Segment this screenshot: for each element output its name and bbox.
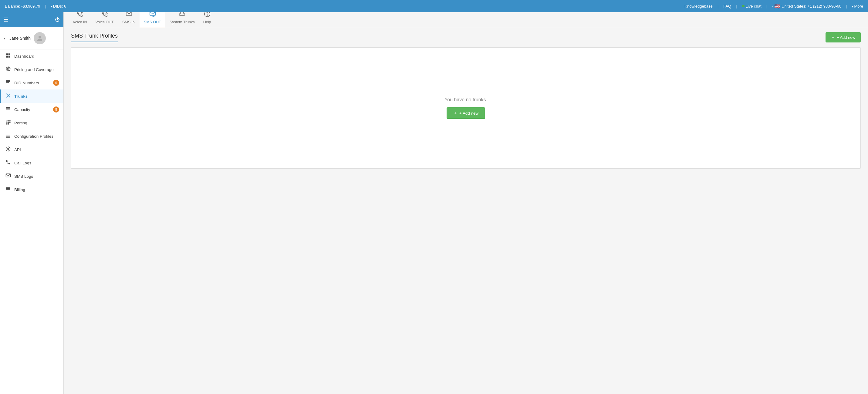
billing-icon — [5, 186, 11, 193]
tab-bar: Voice IN Voice OUT — [64, 12, 868, 27]
svg-rect-21 — [8, 124, 9, 124]
plus-icon-center: ＋ — [453, 110, 458, 116]
svg-rect-3 — [6, 56, 8, 58]
svg-rect-30 — [6, 189, 10, 190]
svg-rect-4 — [8, 56, 10, 58]
trunks-content-box: You have no trunks. ＋ + Add new — [71, 47, 861, 169]
plus-icon: ＋ — [831, 35, 835, 40]
sidebar: ☰ ⏻ ▾ Jane Smith Dashboard — [0, 12, 64, 394]
svg-rect-23 — [6, 135, 10, 136]
empty-trunks-message: You have no trunks. — [444, 97, 487, 102]
did-numbers-badge: 5 — [53, 80, 59, 86]
svg-rect-12 — [6, 108, 10, 109]
dashboard-icon — [5, 53, 11, 60]
tab-sms-out[interactable]: SMS OUT — [140, 12, 165, 27]
capacity-icon — [5, 106, 11, 113]
svg-rect-29 — [6, 188, 10, 189]
sidebar-nav: Dashboard Pricing and Coverage DID Numbe… — [0, 50, 63, 394]
phone-selector[interactable]: ▾ 🇺🇸 United States: +1 (212) 933-90-60 — [772, 3, 841, 9]
live-chat-indicator — [742, 5, 745, 7]
did-numbers-icon — [5, 79, 11, 86]
sidebar-item-trunks[interactable]: Trunks — [0, 90, 63, 103]
sidebar-item-pricing-coverage[interactable]: Pricing and Coverage — [0, 63, 63, 76]
flag-icon: 🇺🇸 — [774, 3, 780, 9]
user-name: Jane Smith — [9, 36, 31, 41]
api-icon — [5, 146, 11, 153]
help-icon — [204, 12, 211, 19]
svg-rect-25 — [6, 137, 10, 138]
porting-icon — [5, 120, 11, 126]
voice-in-icon — [76, 12, 83, 19]
svg-rect-1 — [6, 54, 8, 55]
svg-rect-15 — [8, 120, 9, 121]
svg-rect-19 — [9, 122, 10, 123]
add-new-button-center[interactable]: ＋ + Add new — [446, 107, 485, 119]
svg-rect-11 — [6, 107, 10, 108]
svg-point-0 — [38, 36, 41, 38]
user-profile[interactable]: ▾ Jane Smith — [0, 27, 63, 50]
more-menu[interactable]: ▾More — [852, 4, 863, 8]
sms-logs-icon — [5, 173, 11, 179]
svg-rect-18 — [8, 122, 9, 123]
svg-rect-22 — [6, 134, 10, 134]
sms-in-icon — [126, 12, 132, 19]
content-area: Voice IN Voice OUT — [64, 12, 868, 394]
sms-out-icon — [149, 12, 156, 19]
configuration-profiles-icon — [5, 133, 11, 139]
faq-link[interactable]: FAQ — [723, 4, 731, 8]
page-content: SMS Trunk Profiles ＋ + Add new You have … — [64, 27, 868, 394]
page-title: SMS Trunk Profiles — [71, 33, 118, 42]
svg-rect-28 — [6, 188, 10, 188]
sidebar-header: ☰ ⏻ — [0, 12, 63, 27]
svg-point-26 — [8, 148, 9, 150]
sidebar-item-porting[interactable]: Porting — [0, 116, 63, 130]
tab-sms-in[interactable]: SMS IN — [118, 12, 140, 27]
svg-rect-16 — [9, 120, 10, 121]
svg-rect-2 — [8, 54, 10, 55]
sidebar-item-dashboard[interactable]: Dashboard — [0, 50, 63, 63]
trunks-icon — [5, 93, 11, 99]
tab-help[interactable]: Help — [199, 12, 215, 27]
sidebar-item-configuration-profiles[interactable]: Configuration Profiles — [0, 130, 63, 143]
hamburger-icon[interactable]: ☰ — [4, 17, 8, 23]
live-chat-link[interactable]: Live chat — [742, 4, 762, 8]
tab-system-trunks[interactable]: System Trunks — [165, 12, 199, 27]
svg-rect-6 — [6, 80, 10, 81]
sidebar-item-billing[interactable]: Billing — [0, 183, 63, 196]
sidebar-item-capacity[interactable]: Capacity 5 — [0, 103, 63, 116]
sidebar-item-api[interactable]: API — [0, 143, 63, 156]
svg-rect-17 — [6, 122, 7, 123]
sidebar-item-call-logs[interactable]: Call Logs — [0, 156, 63, 169]
knowledgebase-link[interactable]: Knowledgebase — [684, 4, 713, 8]
avatar — [34, 32, 46, 44]
power-icon[interactable]: ⏻ — [55, 17, 60, 23]
tab-voice-in[interactable]: Voice IN — [68, 12, 91, 27]
user-chevron-icon: ▾ — [4, 37, 5, 40]
sidebar-item-sms-logs[interactable]: SMS Logs — [0, 169, 63, 183]
svg-point-37 — [207, 15, 207, 15]
svg-rect-7 — [6, 81, 10, 82]
sidebar-item-did-numbers[interactable]: DID Numbers 5 — [0, 76, 63, 90]
globe-icon — [5, 66, 11, 73]
svg-rect-20 — [6, 124, 7, 124]
svg-rect-13 — [6, 109, 10, 110]
capacity-badge: 5 — [53, 106, 59, 112]
tab-voice-out[interactable]: Voice OUT — [91, 12, 118, 27]
dids-display: ▾DIDs: 6 — [51, 4, 66, 8]
topbar: Balance: -$3,909.79 | ▾DIDs: 6 Knowledge… — [0, 0, 868, 12]
page-header: SMS Trunk Profiles ＋ + Add new — [64, 27, 868, 42]
cloud-icon — [179, 12, 185, 19]
svg-rect-24 — [6, 136, 10, 137]
add-new-button-top[interactable]: ＋ + Add new — [826, 32, 861, 42]
balance-display: Balance: -$3,909.79 — [5, 4, 40, 8]
svg-rect-8 — [6, 82, 9, 83]
voice-out-icon — [101, 12, 108, 19]
call-logs-icon — [5, 160, 11, 166]
svg-rect-14 — [6, 120, 7, 121]
